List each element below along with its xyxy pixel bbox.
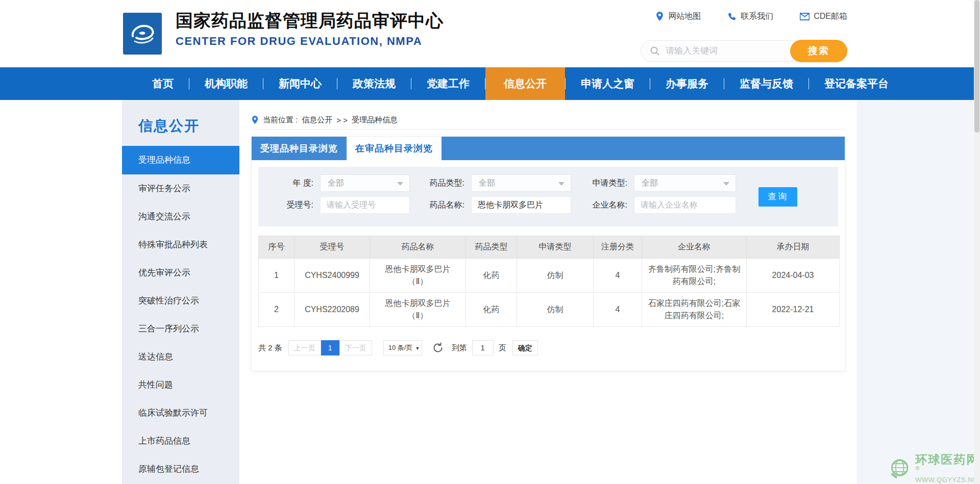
drug-name-label: 药品名称: [410, 200, 464, 211]
header-quick-links: 网站地图 联系我们 CDE邮箱 [655, 11, 847, 22]
company-label: 企业名称: [571, 200, 627, 211]
col-header-seq: 序号 [259, 236, 295, 259]
breadcrumb-section[interactable]: 信息公开 [302, 115, 332, 125]
map-pin-icon [655, 12, 664, 21]
dropdown-caret-icon [397, 182, 403, 186]
globe-icon [888, 457, 911, 480]
nav-item-functions[interactable]: 机构职能 [189, 67, 263, 100]
drug-type-select[interactable]: 全部 [471, 174, 571, 192]
breadcrumb-separator: > > [336, 116, 348, 124]
year-select[interactable]: 全部 [320, 174, 410, 192]
accept-no-input[interactable] [320, 196, 410, 214]
contact-link[interactable]: 联系我们 [727, 11, 773, 22]
goto-page-label: 到第 [452, 343, 467, 353]
sidebar-item-excipient-registration[interactable]: 原辅包登记信息 [122, 455, 239, 483]
tab-accepted-catalog[interactable]: 受理品种目录浏览 [252, 137, 347, 160]
sidebar-item-marketed-drugs[interactable]: 上市药品信息 [122, 427, 239, 455]
cell-accept-no: CYHS2400999 [295, 259, 370, 293]
col-header-date: 承办日期 [747, 236, 840, 259]
nav-item-news[interactable]: 新闻中心 [263, 67, 337, 100]
site-title: 国家药品监督管理局药品审评中心 [176, 9, 444, 32]
apply-type-label: 申请类型: [571, 178, 627, 189]
nav-item-registration-platform[interactable]: 登记备案平台 [809, 67, 904, 100]
col-header-company: 企业名称 [642, 236, 747, 259]
drug-type-label: 药品类型: [410, 178, 464, 189]
main-nav: 首页 机构职能 新闻中心 政策法规 党建工作 信息公开 申请人之窗 办事服务 监… [0, 67, 974, 100]
brand-block: 国家药品监督管理局药品审评中心 CENTER FOR DRUG EVALUATI… [176, 9, 444, 48]
goto-page-input[interactable] [472, 340, 494, 355]
search-icon [650, 46, 659, 56]
sidebar-item-communication[interactable]: 沟通交流公示 [122, 202, 239, 231]
nav-item-info-disclosure[interactable]: 信息公开 [485, 67, 565, 100]
dropdown-caret-icon: ▼ [415, 346, 420, 351]
search-button[interactable]: 搜索 [790, 40, 847, 62]
mail-icon [800, 13, 810, 20]
table-row: 1 CYHS2400999 恩他卡朋双多巴片（Ⅱ） 化药 仿制 4 齐鲁制药有限… [259, 259, 840, 293]
phone-icon [727, 12, 737, 21]
sidebar-title: 信息公开 [122, 100, 239, 146]
scrollbar-thumb[interactable] [974, 0, 979, 133]
company-input[interactable] [634, 196, 736, 214]
page-size-value: 10 条/页 [388, 344, 413, 351]
vertical-scrollbar[interactable] [974, 0, 980, 484]
mailbox-link[interactable]: CDE邮箱 [800, 11, 847, 22]
query-button[interactable]: 查询 [758, 187, 797, 207]
cell-reg-class: 4 [594, 293, 642, 327]
cell-company: 齐鲁制药有限公司;齐鲁制药有限公司; [642, 259, 747, 293]
page-size-select[interactable]: 10 条/页▼ [383, 340, 422, 355]
cell-drug-type: 化药 [466, 293, 517, 327]
year-label: 年 度: [258, 178, 313, 189]
prev-page-button[interactable]: 上一页 [288, 340, 321, 355]
sidebar-item-delivery-info[interactable]: 送达信息 [122, 343, 239, 371]
table-row: 2 CYHS2202089 恩他卡朋双多巴片（Ⅱ） 化药 仿制 4 石家庄四药有… [259, 293, 840, 327]
sidebar: 信息公开 受理品种信息 审评任务公示 沟通交流公示 特殊审批品种列表 优先审评公… [122, 100, 239, 484]
col-header-drug-name: 药品名称 [370, 236, 466, 259]
cell-seq: 2 [259, 293, 295, 327]
nav-item-services[interactable]: 办事服务 [650, 67, 724, 100]
cell-date: 2022-12-21 [747, 293, 840, 327]
nav-item-party[interactable]: 党建工作 [411, 67, 485, 100]
refresh-icon[interactable] [431, 341, 445, 354]
confirm-page-button[interactable]: 确定 [512, 340, 538, 355]
filter-row-1: 年 度: 全部 药品类型: 全部 申请类型: 全部 [258, 174, 838, 192]
filter-row-2: 受理号: 药品名称: 企业名称: [258, 196, 838, 214]
watermark-name: 环球医药网 [915, 453, 979, 466]
watermark-url: WWW.QGYYZS.NET [915, 476, 980, 483]
nav-item-supervision[interactable]: 监督与反馈 [724, 67, 808, 100]
sidebar-item-three-in-one[interactable]: 三合一序列公示 [122, 315, 239, 343]
col-header-reg-class: 注册分类 [594, 236, 642, 259]
cell-apply-type: 仿制 [517, 259, 594, 293]
search-input[interactable] [666, 46, 778, 56]
registered-mark-icon: ® [915, 465, 919, 471]
accept-no-label: 受理号: [258, 200, 313, 211]
sidebar-item-common-issues[interactable]: 共性问题 [122, 371, 239, 399]
page: 国家药品监督管理局药品审评中心 CENTER FOR DRUG EVALUATI… [0, 0, 980, 484]
sidebar-item-priority-review[interactable]: 优先审评公示 [122, 259, 239, 287]
contact-link-label: 联系我们 [741, 11, 773, 22]
sidebar-item-breakthrough-therapy[interactable]: 突破性治疗公示 [122, 287, 239, 315]
sitemap-link[interactable]: 网站地图 [655, 11, 701, 22]
sidebar-item-clinical-trial-license[interactable]: 临床试验默示许可 [122, 399, 239, 427]
current-page-button[interactable]: 1 [321, 340, 339, 355]
sidebar-item-accepted-varieties[interactable]: 受理品种信息 [122, 146, 239, 174]
nav-item-home[interactable]: 首页 [137, 67, 189, 100]
nav-item-applicant[interactable]: 申请人之窗 [566, 67, 650, 100]
sidebar-item-special-approval[interactable]: 特殊审批品种列表 [122, 231, 239, 259]
next-page-button[interactable]: 下一页 [339, 340, 372, 355]
dropdown-caret-icon [723, 182, 729, 186]
sidebar-item-review-tasks[interactable]: 审评任务公示 [122, 174, 239, 202]
site-search: 搜索 [641, 40, 847, 62]
nav-item-policy[interactable]: 政策法规 [337, 67, 411, 100]
tab-under-review-catalog[interactable]: 在审品种目录浏览 [347, 137, 442, 160]
location-pin-icon [251, 116, 259, 124]
content-area: 信息公开 受理品种信息 审评任务公示 沟通交流公示 特殊审批品种列表 优先审评公… [0, 100, 980, 484]
goto-page-unit: 页 [499, 343, 506, 353]
site-subtitle: CENTER FOR DRUG EVALUATION, NMPA [176, 35, 444, 48]
cell-reg-class: 4 [594, 259, 642, 293]
tab-strip: 受理品种目录浏览 在审品种目录浏览 [252, 137, 845, 160]
apply-type-select[interactable]: 全部 [634, 174, 736, 192]
drug-name-input[interactable] [471, 196, 571, 214]
col-header-accept-no: 受理号 [295, 236, 370, 259]
dropdown-caret-icon [558, 182, 565, 186]
cde-logo[interactable] [123, 13, 162, 55]
